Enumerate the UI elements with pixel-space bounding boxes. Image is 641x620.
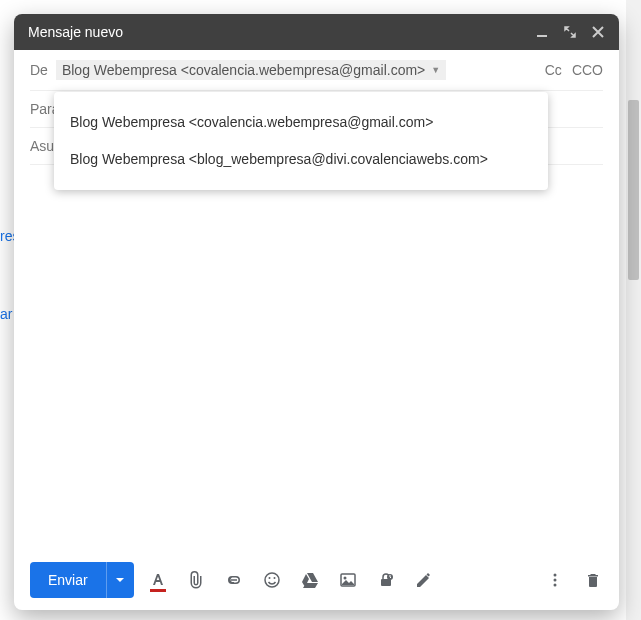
cc-button[interactable]: Cc: [545, 62, 562, 78]
scrollbar-thumb[interactable]: [628, 100, 639, 280]
image-icon[interactable]: [338, 570, 358, 590]
from-select[interactable]: Blog Webempresa <covalencia.webempresa@g…: [56, 60, 446, 80]
format-text-icon[interactable]: [148, 570, 168, 590]
svg-point-5: [343, 577, 346, 580]
svg-point-10: [554, 584, 557, 587]
bcc-button[interactable]: CCO: [572, 62, 603, 78]
drive-icon[interactable]: [300, 570, 320, 590]
svg-point-9: [554, 579, 557, 582]
discard-icon[interactable]: [583, 570, 603, 590]
compose-footer: Enviar: [14, 550, 619, 610]
svg-point-2: [268, 577, 270, 579]
subject-label: Asu: [30, 138, 54, 154]
compose-header: Mensaje nuevo: [14, 14, 619, 50]
send-button[interactable]: Enviar: [30, 562, 106, 598]
compose-window: Mensaje nuevo De Blog Webempresa <covale…: [14, 14, 619, 610]
from-option-1[interactable]: Blog Webempresa <covalencia.webempresa@g…: [54, 104, 548, 141]
send-button-group: Enviar: [30, 562, 134, 598]
from-value: Blog Webempresa <covalencia.webempresa@g…: [62, 62, 425, 78]
svg-rect-0: [537, 35, 547, 37]
page-scrollbar[interactable]: [626, 0, 641, 620]
from-label: De: [30, 62, 48, 78]
compose-title: Mensaje nuevo: [28, 24, 123, 40]
minimize-icon[interactable]: [535, 25, 549, 39]
close-icon[interactable]: [591, 25, 605, 39]
svg-point-3: [273, 577, 275, 579]
confidential-icon[interactable]: [376, 570, 396, 590]
attach-icon[interactable]: [186, 570, 206, 590]
svg-point-1: [265, 573, 279, 587]
emoji-icon[interactable]: [262, 570, 282, 590]
svg-rect-6: [381, 579, 391, 586]
message-body[interactable]: [14, 165, 619, 550]
window-controls: [535, 25, 605, 39]
link-icon[interactable]: [224, 570, 244, 590]
svg-point-8: [554, 574, 557, 577]
from-option-2[interactable]: Blog Webempresa <blog_webempresa@divi.co…: [54, 141, 548, 178]
cc-bcc-toggle: Cc CCO: [545, 62, 603, 78]
formatting-toolbar: [148, 570, 434, 590]
expand-icon[interactable]: [563, 25, 577, 39]
footer-right: [545, 570, 603, 590]
chevron-down-icon: ▼: [431, 65, 440, 75]
send-more-button[interactable]: [106, 562, 134, 598]
from-dropdown: Blog Webempresa <covalencia.webempresa@g…: [54, 92, 548, 190]
from-row: De Blog Webempresa <covalencia.webempres…: [30, 50, 603, 91]
more-options-icon[interactable]: [545, 570, 565, 590]
pen-icon[interactable]: [414, 570, 434, 590]
